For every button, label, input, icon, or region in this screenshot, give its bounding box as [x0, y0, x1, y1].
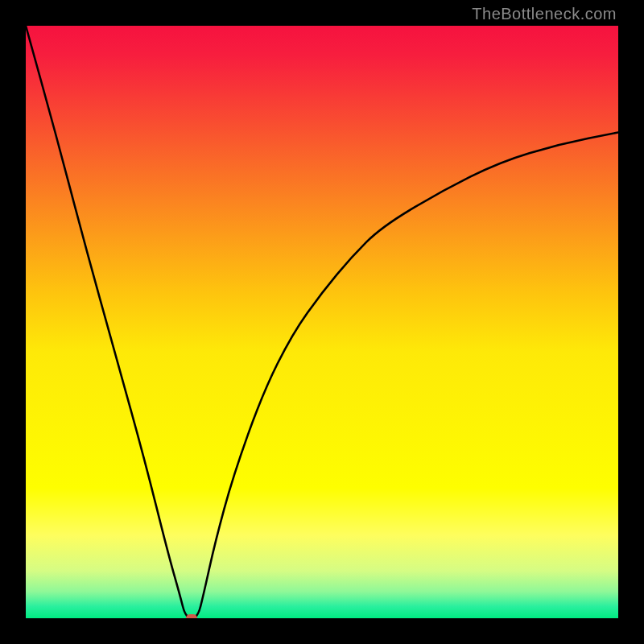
- attribution-label: TheBottleneck.com: [472, 5, 617, 23]
- bottleneck-curve: [26, 26, 618, 618]
- plot-area: [26, 26, 618, 618]
- minimum-marker: [186, 614, 197, 618]
- chart-frame: TheBottleneck.com: [0, 0, 644, 644]
